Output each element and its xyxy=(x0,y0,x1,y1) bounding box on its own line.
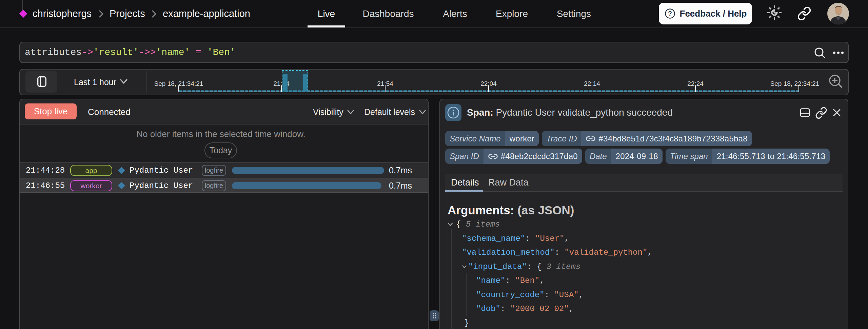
svg-text:?: ? xyxy=(668,10,672,17)
